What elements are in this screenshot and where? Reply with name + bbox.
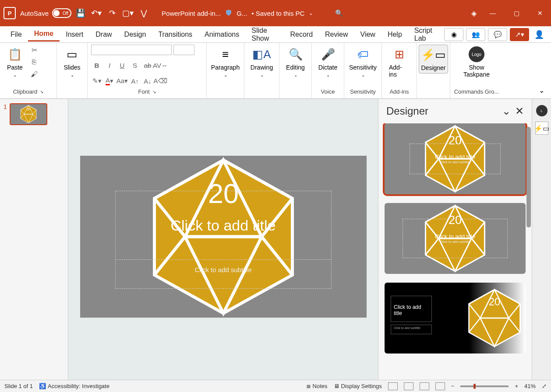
zoom-percent[interactable]: 41% <box>524 383 536 389</box>
sorter-view-button[interactable] <box>404 382 413 390</box>
reading-view-button[interactable] <box>420 382 429 390</box>
font-size-dropdown[interactable] <box>173 45 194 55</box>
display-icon: 🖥 <box>334 383 339 389</box>
format-painter-icon[interactable]: 🖌 <box>29 69 39 80</box>
commands-group-label: Commands Gro... <box>454 88 499 95</box>
display-settings-button[interactable]: 🖥 Display Settings <box>334 383 382 389</box>
minimize-button[interactable]: — <box>485 8 500 18</box>
tab-animations[interactable]: Animations <box>198 28 245 41</box>
design-idea-2[interactable]: Click to add title Click to add subtitle <box>385 203 526 274</box>
dialog-launcher-icon[interactable]: ↘ <box>152 89 156 94</box>
save-icon[interactable]: 💾 <box>76 8 85 18</box>
close-panel-icon[interactable]: ✕ <box>515 105 524 117</box>
save-status[interactable]: • Saved to this PC <box>251 10 304 17</box>
designer-quick-icon[interactable]: ⚡▭ <box>535 122 548 135</box>
paste-button[interactable]: 📋 Paste ⌄ <box>4 45 26 79</box>
accessibility-status[interactable]: ♿ Accessibility: Investigate <box>39 383 109 389</box>
dialog-launcher-icon[interactable]: ↘ <box>40 89 43 94</box>
zoom-out-button[interactable]: − <box>451 383 455 389</box>
ribbon-tabs: File Home Insert Draw Design Transitions… <box>0 26 551 43</box>
tab-slideshow[interactable]: Slide Show <box>245 24 284 45</box>
italic-button[interactable]: I <box>104 60 115 71</box>
slide-counter[interactable]: Slide 1 of 1 <box>4 383 33 389</box>
zoom-in-button[interactable]: + <box>515 383 518 389</box>
tab-design[interactable]: Design <box>118 28 152 41</box>
copilot-icon[interactable]: 👤 <box>532 30 547 39</box>
designer-scrollbar[interactable] <box>526 127 531 228</box>
editing-button[interactable]: 🔍 Editing ⌄ <box>283 45 308 79</box>
share-button[interactable]: ↗▾ <box>510 28 529 41</box>
copy-icon[interactable]: ⎘ <box>29 57 39 67</box>
tab-draw[interactable]: Draw <box>89 28 118 41</box>
undo-icon[interactable]: ↶▾ <box>92 8 101 18</box>
slide-canvas-area[interactable]: Click to add title Click to add subtitle <box>68 99 378 380</box>
drawing-button[interactable]: ◧A Drawing ⌄ <box>247 45 276 79</box>
autosave-toggle[interactable]: Off <box>52 8 71 18</box>
zoom-slider[interactable] <box>460 385 509 387</box>
redo-icon[interactable]: ↷ <box>107 8 117 18</box>
addins-group-label: Add-ins <box>389 88 409 95</box>
notes-icon: ≣ <box>306 383 311 389</box>
teams-button[interactable]: 👥 <box>466 28 485 41</box>
design-idea-3[interactable]: Click to add title Click to add subtitle <box>385 283 526 354</box>
notes-button[interactable]: ≣ Notes <box>306 383 328 389</box>
slideshow-view-button[interactable] <box>435 382 445 390</box>
tab-file[interactable]: File <box>4 28 28 41</box>
change-case-button[interactable]: Aa▾ <box>117 75 128 87</box>
addins-button[interactable]: ⊞ Add-ins <box>385 45 413 80</box>
tab-review[interactable]: Review <box>319 28 354 41</box>
slides-button[interactable]: ▭ Slides ⌄ <box>60 45 84 79</box>
comments-button[interactable]: 💬 <box>488 28 507 41</box>
designer-panel: Designer ⌄ ✕ Click to add title Click to… <box>378 99 532 380</box>
show-taskpane-button[interactable]: Logo Show Taskpane <box>454 45 499 80</box>
shadow-button[interactable]: S <box>129 60 141 71</box>
sensitivity-short: G... <box>237 10 247 17</box>
grow-font-button[interactable]: A↑ <box>129 75 141 87</box>
highlight-button[interactable]: ✎▾ <box>91 75 102 87</box>
chevron-down-icon[interactable]: ⌄ <box>502 105 511 117</box>
tab-view[interactable]: View <box>354 28 381 41</box>
bold-button[interactable]: B <box>91 60 102 71</box>
strike-button[interactable]: ab <box>142 60 153 71</box>
search-icon[interactable]: 🔍 <box>335 9 343 17</box>
tab-help[interactable]: Help <box>381 28 408 41</box>
dictate-button[interactable]: 🎤 Dictate ⌄ <box>315 45 341 79</box>
tab-record[interactable]: Record <box>284 28 319 41</box>
shrink-font-button[interactable]: A↓ <box>142 75 153 87</box>
shield-icon <box>225 9 232 18</box>
design-idea-1[interactable]: Click to add title Click to add subtitle <box>385 123 526 194</box>
designer-button[interactable]: ⚡▭ Designer <box>419 45 448 74</box>
slide-canvas[interactable]: Click to add title Click to add subtitle <box>80 156 367 318</box>
diamond-icon[interactable]: ◈ <box>471 9 477 18</box>
tab-insert[interactable]: Insert <box>60 28 89 41</box>
ribbon: 📋 Paste ⌄ ✂ ⎘ 🖌 Clipboard ↘ ▭ Slides ⌄ <box>0 43 551 99</box>
font-family-dropdown[interactable] <box>91 45 172 55</box>
thumbnail-panel: 1 <box>0 99 68 380</box>
collapse-ribbon-icon[interactable]: ⌄ <box>539 86 547 95</box>
addin-avatar[interactable]: L <box>536 105 547 116</box>
subtitle-placeholder[interactable]: Click to add subtitle <box>115 261 332 289</box>
paragraph-button[interactable]: ≡ Paragraph ⌄ <box>208 45 243 79</box>
sensitivity-icon: 🏷 <box>355 46 371 62</box>
normal-view-button[interactable] <box>388 382 398 390</box>
tab-transitions[interactable]: Transitions <box>152 28 198 41</box>
tab-scriptlab[interactable]: Script Lab <box>408 24 444 45</box>
present-icon[interactable]: ▢▾ <box>123 8 133 18</box>
sensitivity-button[interactable]: 🏷 Sensitivity ⌄ <box>346 45 380 79</box>
thumb-number: 1 <box>4 103 7 110</box>
chevron-down-icon[interactable]: ⌄ <box>309 10 313 16</box>
tab-home[interactable]: Home <box>28 27 60 42</box>
close-button[interactable]: ✕ <box>533 8 547 18</box>
fit-to-window-button[interactable]: ⤢ <box>542 383 547 389</box>
title-placeholder[interactable]: Click to add title <box>115 191 332 260</box>
qat-overflow-icon[interactable]: ⋁ <box>139 8 148 18</box>
font-color-button[interactable]: A▾ <box>104 75 115 87</box>
record-button[interactable]: ◉ <box>444 28 463 41</box>
cut-icon[interactable]: ✂ <box>29 45 39 55</box>
maximize-button[interactable]: ▢ <box>509 8 524 18</box>
designer-icon: ⚡▭ <box>426 47 442 63</box>
underline-button[interactable]: U <box>117 60 128 71</box>
clear-format-button[interactable]: A⌫ <box>155 75 166 87</box>
slide-thumbnail-1[interactable] <box>10 103 47 125</box>
spacing-button[interactable]: AV↔ <box>155 60 166 71</box>
